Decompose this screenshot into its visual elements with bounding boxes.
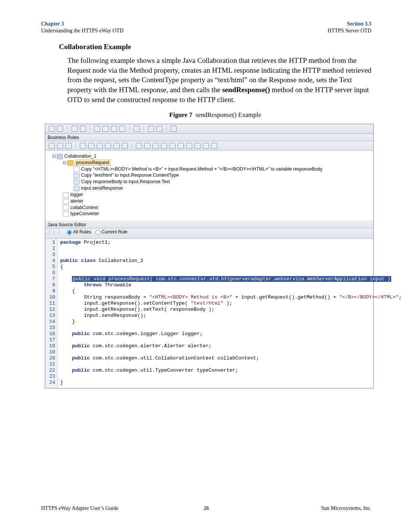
- figure-caption: Figure 7 sendResponse() Example: [59, 111, 371, 119]
- tree-method-selected[interactable]: processRequest: [75, 160, 110, 166]
- rule-n-icon[interactable]: [194, 143, 201, 149]
- validate-icon[interactable]: [134, 126, 140, 132]
- chapter-label: Chapter 3: [41, 21, 64, 27]
- debug-icon[interactable]: [156, 126, 162, 132]
- rule-h-icon[interactable]: [144, 143, 150, 149]
- java-editor-toolbar: All Rules Current Rule: [45, 228, 373, 239]
- current-rule-label: Current Rule: [102, 229, 127, 235]
- page-header: Chapter 3 Understanding the HTTPS eWay O…: [41, 21, 371, 34]
- tree-alerter[interactable]: alerter: [70, 198, 83, 204]
- tree-rule-4[interactable]: input.sendResponse: [81, 185, 123, 191]
- var-icon: [63, 211, 69, 217]
- run-icon[interactable]: [148, 126, 154, 132]
- all-rules-radio[interactable]: [67, 230, 72, 235]
- tree-rule-3[interactable]: Copy responseBody to input.Response.Text: [81, 179, 170, 184]
- var-icon: [63, 205, 69, 210]
- rule-l-icon[interactable]: [178, 143, 184, 149]
- rule-c-icon[interactable]: [97, 143, 103, 149]
- rule-b-icon[interactable]: [88, 143, 94, 149]
- rule-j-icon[interactable]: [161, 143, 167, 149]
- rule-o-icon[interactable]: [203, 143, 209, 149]
- java-source-editor-title: Java Source Editor: [45, 221, 373, 228]
- tree-typeconverter[interactable]: typeConverter: [70, 211, 99, 216]
- var-icon: [63, 199, 69, 204]
- var-icon: [73, 166, 80, 172]
- tree-rule-1[interactable]: Copy "<HTML><BODY> Method is <B>" + inpu…: [81, 166, 322, 172]
- angle-icon: [73, 179, 80, 185]
- nav-back-icon[interactable]: [49, 126, 55, 132]
- tree-collabcontext[interactable]: collabContext: [70, 205, 98, 210]
- figure-label: Figure 7: [169, 111, 193, 118]
- copy-icon[interactable]: [102, 126, 108, 132]
- rule-find-icon[interactable]: [65, 143, 72, 149]
- help-icon[interactable]: [170, 126, 177, 132]
- tree-logger[interactable]: logger: [70, 192, 83, 197]
- open-icon[interactable]: [72, 126, 78, 132]
- para-bold: sendResponse(): [222, 86, 270, 94]
- rule-m-icon[interactable]: [186, 143, 192, 149]
- rule-d-icon[interactable]: [105, 143, 111, 149]
- ide-window: Business Rules ⊟Collaboration_1 ⊟process…: [45, 124, 374, 388]
- tree-rule-2[interactable]: Copy "text/html" to input.Response.Conte…: [81, 173, 179, 178]
- cut-icon[interactable]: [94, 126, 100, 132]
- section-heading: Collaboration Example: [59, 43, 371, 51]
- ide-top-toolbar: [45, 124, 373, 134]
- rule-a-icon[interactable]: [80, 143, 86, 149]
- line-gutter: 123456789101112131415161718192021222324: [45, 239, 58, 388]
- business-rules-tree[interactable]: ⊟Collaboration_1 ⊟processRequest Copy "<…: [45, 151, 373, 221]
- tree-root[interactable]: Collaboration_1: [64, 153, 96, 159]
- angle-icon: [73, 186, 80, 191]
- rule-g-icon[interactable]: [136, 143, 142, 149]
- rules-radio-group[interactable]: All Rules Current Rule: [64, 229, 127, 235]
- nav-fwd-icon[interactable]: [57, 126, 63, 132]
- rule-i-icon[interactable]: [153, 143, 159, 149]
- section-subtitle: HTTPS Server OTD: [328, 28, 371, 34]
- rule-k-icon[interactable]: [169, 143, 175, 149]
- business-rules-title: Business Rules: [45, 134, 373, 141]
- chapter-subtitle: Understanding the HTTPS eWay OTD: [41, 28, 124, 34]
- section-label: Section 3.3: [347, 21, 371, 27]
- rule-e-icon[interactable]: [113, 143, 119, 149]
- rule-add-icon[interactable]: [49, 143, 55, 149]
- angle-icon: [73, 173, 80, 178]
- footer-page-number: 26: [41, 505, 371, 511]
- var-icon: [63, 192, 69, 198]
- rule-link-icon[interactable]: [57, 143, 63, 149]
- figure-title: sendResponse() Example: [196, 111, 261, 118]
- business-rules-toolbar: [45, 141, 373, 151]
- page-footer: HTTPS eWay Adapter User’s Guide 26 Sun M…: [41, 505, 371, 511]
- delete-icon[interactable]: [119, 126, 125, 132]
- rule-p-icon[interactable]: [211, 143, 217, 149]
- gear-icon: [57, 154, 63, 159]
- paste-icon[interactable]: [111, 126, 117, 132]
- all-rules-label: All Rules: [73, 229, 91, 235]
- save-icon[interactable]: [80, 126, 86, 132]
- folder-icon: [67, 160, 73, 166]
- rule-f-icon[interactable]: [122, 143, 128, 149]
- source-code[interactable]: 123456789101112131415161718192021222324 …: [45, 239, 373, 388]
- intro-paragraph: The following example shows a simple Jav…: [67, 56, 371, 104]
- code-text[interactable]: package Project1; public class Collabora…: [58, 239, 401, 388]
- current-rule-radio[interactable]: [96, 230, 100, 235]
